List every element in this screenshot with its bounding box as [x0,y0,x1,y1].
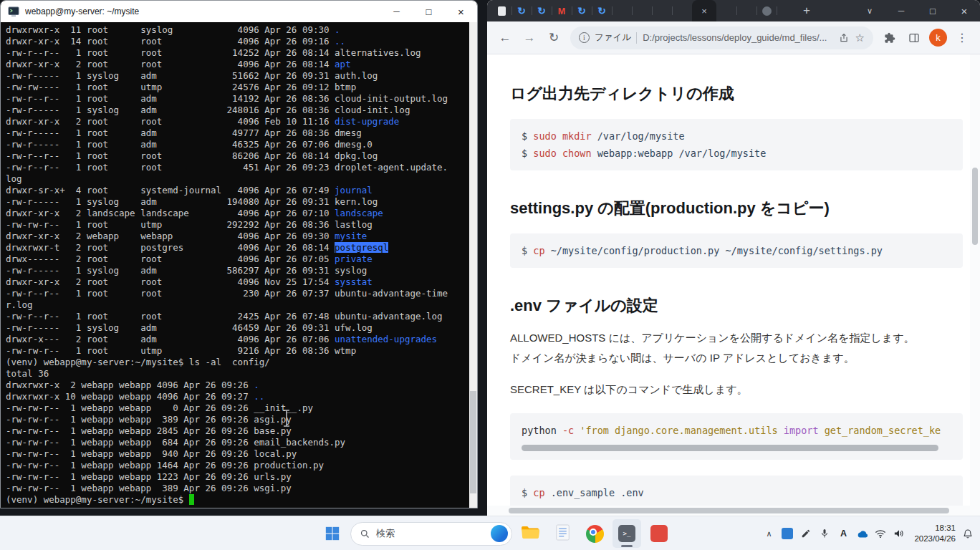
extensions-icon[interactable] [879,27,900,49]
terminal-scrollbar[interactable] [469,22,477,508]
terminal-line: -rw-rw---- 1 root utmp 24576 Apr 26 09:1… [6,82,469,93]
page-horizontal-scrollbar-thumb[interactable] [509,508,949,513]
terminal-maximize-button[interactable] [413,1,445,22]
clock-time: 18:31 [914,523,956,534]
tray-app-blue-icon [782,528,793,539]
page-content: ログ出力先ディレクトリの作成$ sudo mkdir /var/log/mysi… [487,54,970,506]
terminal-line: -rw-r--r-- 1 root adm 14192 Apr 26 08:36… [6,93,469,105]
terminal-window-title: webapp@my-server: ~/mysite [25,6,380,16]
taskbar-apps: >_ [516,519,673,548]
profile-avatar[interactable]: k [929,29,947,47]
terminal-output[interactable]: drwxrwxr-x 11 root syslog 4096 Apr 26 09… [1,22,469,508]
terminal-icon: >_ [618,525,635,542]
terminal-line: -rw-rw-r-- 1 root utmp 292292 Apr 26 08:… [6,219,469,231]
code-token: python [522,425,562,436]
reload-icon[interactable] [543,27,565,49]
terminal-line: drwxrwxr-x 11 root syslog 4096 Apr 26 09… [6,24,469,36]
browser-tab[interactable] [532,0,552,21]
doc-favicon-icon [498,6,506,16]
page-vertical-scrollbar[interactable] [970,54,980,506]
address-url: D:/projects/lessons/deploy_guide/md_file… [643,32,832,43]
terminal-scrollbar-thumb[interactable] [470,391,476,493]
browser-menu-icon[interactable] [951,27,973,49]
browser-tab[interactable] [511,0,532,21]
code-line: $ sudo chown webapp:webapp /var/log/mysi… [522,145,951,162]
scrollbar-corner [970,506,980,516]
code-horizontal-scrollbar[interactable] [522,445,951,451]
page-horizontal-scrollbar[interactable] [487,506,970,516]
tray-microphone[interactable] [815,519,834,548]
taskbar-search-box[interactable]: 検索 [350,522,512,546]
terminal-line: drwxr-xr-x 2 root root 4096 Apr 26 08:14… [6,59,469,70]
file-scheme-label: ファイル [595,32,631,44]
browser-tab[interactable] [756,0,777,21]
desktop: webapp@my-server: ~/mysite drwxrwxr-x 11… [0,0,980,550]
info-icon[interactable] [579,32,590,43]
taskbar-app-notepad[interactable] [548,519,577,548]
taskbar-app-chrome[interactable] [580,519,609,548]
browser-tab[interactable] [716,0,736,21]
browser-tab[interactable] [672,0,692,21]
browser-tab-active[interactable]: × [692,0,716,21]
terminal-line: -rw-r--r-- 1 root root 451 Apr 26 09:23 … [6,162,469,173]
terminal-close-button[interactable] [445,1,477,22]
share-icon[interactable] [839,33,849,43]
tab-close-icon[interactable]: × [701,6,707,16]
address-bar[interactable]: ファイル D:/projects/lessons/deploy_guide/md… [570,26,873,49]
bookmark-star-icon[interactable] [855,32,865,44]
browser-tab[interactable] [592,0,612,21]
sync-favicon-icon [577,4,586,17]
system-tray-icons: A [759,519,908,548]
browser-tab[interactable] [491,0,511,21]
forward-icon[interactable] [519,27,540,49]
terminal-minimize-button[interactable] [380,1,413,22]
red-app-icon [650,525,668,542]
tray-wifi[interactable] [871,519,890,548]
browser-tab[interactable] [736,0,756,21]
terminal-app-icon [8,6,19,17]
taskbar-app-red-app[interactable] [645,519,673,548]
tray-onedrive[interactable] [852,519,871,548]
taskbar-app-file-explorer[interactable] [516,519,544,548]
tab-search-chevron-icon[interactable] [854,0,885,21]
tray-volume[interactable] [890,519,908,548]
browser-tab[interactable] [572,0,592,21]
mouse-text-cursor-icon [282,409,291,428]
tray-pen[interactable] [797,519,815,548]
browser-tab-strip: × [487,0,980,21]
terminal-line: -rw-rw-r-- 1 webapp webapp 684 Apr 26 09… [6,437,469,448]
browser-tab[interactable] [652,0,672,21]
doc-heading: ログ出力先ディレクトリの作成 [510,83,956,105]
back-icon[interactable] [494,27,516,49]
terminal-line: -rw-rw-r-- 1 webapp webapp 2845 Apr 26 0… [6,425,469,437]
tray-tray-expand-chevron[interactable] [759,519,778,548]
taskbar-app-terminal[interactable]: >_ [612,519,641,548]
volume-icon [893,529,905,539]
directory-name: sysstat [335,276,373,287]
page-vertical-scrollbar-thumb[interactable] [972,168,978,245]
terminal-line: log [6,173,469,185]
browser-window: × ファイル D:/projects/lessons/deploy_guide/… [487,0,980,516]
taskbar-clock[interactable]: 18:31 2023/04/26 [914,523,956,544]
browser-tab[interactable] [777,0,797,21]
new-tab-button[interactable] [797,1,817,21]
tray-ime[interactable]: A [834,519,852,548]
browser-tab[interactable] [612,0,632,21]
directory-name: journal [335,185,373,196]
terminal-titlebar[interactable]: webapp@my-server: ~/mysite [1,1,477,22]
browser-close-button[interactable] [948,0,980,21]
browser-tab[interactable] [552,0,572,21]
terminal-window: webapp@my-server: ~/mysite drwxrwxr-x 11… [0,0,478,508]
code-block: $ cp .env_sample .env [510,476,963,506]
code-horizontal-scrollbar-thumb[interactable] [522,445,938,451]
browser-maximize-button[interactable] [917,0,948,21]
browser-tab[interactable] [632,0,652,21]
start-button[interactable] [318,519,347,548]
terminal-line: -rw-r----- 1 syslog adm 586297 Apr 26 09… [6,265,469,276]
search-icon [360,529,370,539]
browser-minimize-button[interactable] [885,0,917,21]
side-panel-icon[interactable] [903,27,925,49]
tray-tray-app-blue[interactable] [778,519,797,548]
browser-toolbar: ファイル D:/projects/lessons/deploy_guide/md… [487,21,980,54]
notification-bell-icon[interactable] [963,529,973,539]
